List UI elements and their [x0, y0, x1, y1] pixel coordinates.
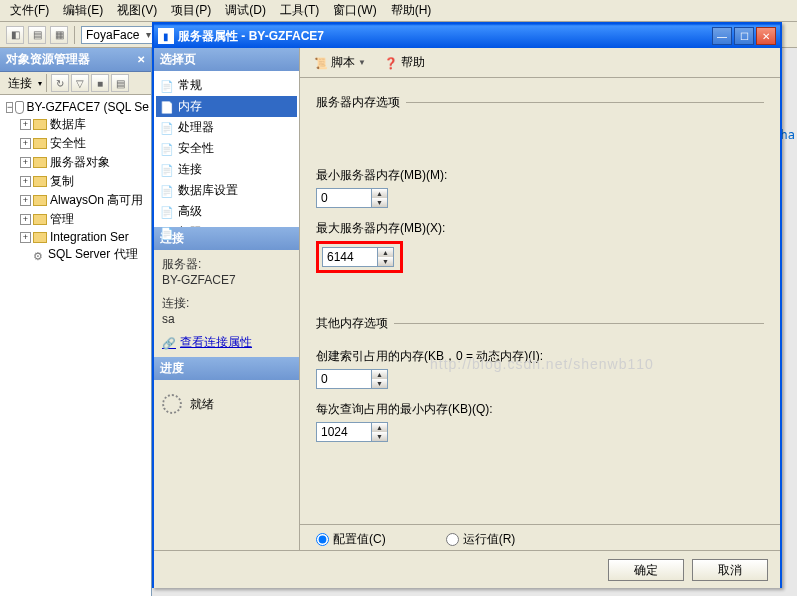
min-query-memory-spinner[interactable]: ▲▼: [316, 422, 388, 442]
filter-icon[interactable]: ▽: [71, 74, 89, 92]
dialog-titlebar[interactable]: ▮ 服务器属性 - BY-GZFACE7 — ☐ ✕: [154, 24, 780, 48]
tree-server-node[interactable]: − BY-GZFACE7 (SQL Se: [2, 99, 149, 115]
expand-icon[interactable]: +: [20, 214, 31, 225]
section-rule: [394, 323, 764, 324]
other-memory-section: 其他内存选项: [316, 315, 764, 332]
tree-node-integration[interactable]: +Integration Ser: [2, 229, 149, 245]
folder-icon: [33, 119, 47, 130]
menu-window[interactable]: 窗口(W): [327, 0, 382, 21]
spin-down-icon[interactable]: ▼: [372, 198, 387, 207]
configured-radio-input[interactable]: [316, 533, 329, 546]
expand-icon[interactable]: +: [20, 157, 31, 168]
help-button[interactable]: 帮助: [378, 52, 431, 73]
expand-icon[interactable]: +: [20, 119, 31, 130]
tb-btn-2[interactable]: ▤: [28, 26, 46, 44]
spin-down-icon[interactable]: ▼: [372, 432, 387, 441]
page-label: 处理器: [178, 119, 214, 136]
min-query-memory-input[interactable]: [317, 423, 371, 441]
min-memory-spinner[interactable]: ▲▼: [316, 188, 388, 208]
dialog-toolbar: 脚本 ▼ 帮助: [300, 48, 780, 78]
expand-icon[interactable]: +: [20, 232, 31, 243]
page-item-advanced[interactable]: 高级: [156, 201, 297, 222]
object-tree: − BY-GZFACE7 (SQL Se +数据库 +安全性 +服务器对象 +复…: [0, 95, 151, 268]
tree-label: 数据库: [50, 116, 86, 133]
max-memory-spinner[interactable]: ▲▼: [322, 247, 394, 267]
page-item-connections[interactable]: 连接: [156, 159, 297, 180]
folder-icon: [33, 214, 47, 225]
connection-label: 连接:: [162, 295, 291, 312]
script-button[interactable]: 脚本 ▼: [308, 52, 372, 73]
tree-node-management[interactable]: +管理: [2, 210, 149, 229]
folder-icon: [33, 176, 47, 187]
page-label: 安全性: [178, 140, 214, 157]
configured-values-radio[interactable]: 配置值(C): [316, 531, 386, 548]
create-index-memory-spinner[interactable]: ▲▼: [316, 369, 388, 389]
menu-view[interactable]: 视图(V): [111, 0, 163, 21]
page-list: 常规 内存 处理器 安全性 连接 数据库设置 高级 权限: [154, 71, 299, 227]
cancel-button[interactable]: 取消: [692, 559, 768, 581]
spin-up-icon[interactable]: ▲: [372, 189, 387, 198]
object-explorer-title: 对象资源管理器: [6, 51, 90, 68]
spin-up-icon[interactable]: ▲: [378, 248, 393, 257]
page-icon: [160, 121, 174, 135]
menu-tools[interactable]: 工具(T): [274, 0, 325, 21]
tree-node-server-objects[interactable]: +服务器对象: [2, 153, 149, 172]
spin-down-icon[interactable]: ▼: [378, 257, 393, 266]
refresh-icon[interactable]: ↻: [51, 74, 69, 92]
panel-close-icon[interactable]: ✕: [137, 54, 145, 65]
tree-label: AlwaysOn 高可用: [50, 192, 143, 209]
database-dropdown[interactable]: FoyaFace: [81, 26, 154, 44]
page-item-security[interactable]: 安全性: [156, 138, 297, 159]
tb-btn-1[interactable]: ◧: [6, 26, 24, 44]
script-label: 脚本: [331, 54, 355, 71]
menu-edit[interactable]: 编辑(E): [57, 0, 109, 21]
spin-up-icon[interactable]: ▲: [372, 423, 387, 432]
tree-node-agent[interactable]: SQL Server 代理: [2, 245, 149, 264]
dialog-footer: 确定 取消: [154, 550, 780, 588]
spin-down-icon[interactable]: ▼: [372, 379, 387, 388]
page-item-memory[interactable]: 内存: [156, 96, 297, 117]
tree-node-replication[interactable]: +复制: [2, 172, 149, 191]
close-button[interactable]: ✕: [756, 27, 776, 45]
page-item-db-settings[interactable]: 数据库设置: [156, 180, 297, 201]
max-memory-input[interactable]: [323, 248, 377, 266]
collapse-icon[interactable]: −: [6, 102, 13, 113]
tree-node-alwayson[interactable]: +AlwaysOn 高可用: [2, 191, 149, 210]
ok-button[interactable]: 确定: [608, 559, 684, 581]
stop-icon[interactable]: ■: [91, 74, 109, 92]
expand-icon[interactable]: +: [20, 176, 31, 187]
page-item-processors[interactable]: 处理器: [156, 117, 297, 138]
page-label: 内存: [178, 98, 202, 115]
spin-up-icon[interactable]: ▲: [372, 370, 387, 379]
highlight-box: ▲▼: [316, 241, 403, 273]
maximize-button[interactable]: ☐: [734, 27, 754, 45]
running-radio-input[interactable]: [446, 533, 459, 546]
progress-status: 就绪: [190, 396, 214, 413]
menu-project[interactable]: 项目(P): [165, 0, 217, 21]
connect-button[interactable]: 连接: [4, 75, 36, 92]
expand-icon[interactable]: +: [20, 138, 31, 149]
tree-node-security[interactable]: +安全性: [2, 134, 149, 153]
minimize-button[interactable]: —: [712, 27, 732, 45]
dialog-left-panel: 选择页 常规 内存 处理器 安全性 连接 数据库设置 高级 权限 连接 服务器:…: [154, 48, 300, 550]
page-label: 常规: [178, 77, 202, 94]
dialog-right-panel: 脚本 ▼ 帮助 http://blog.csdn.net/shenwb110 服…: [300, 48, 780, 550]
menubar: 文件(F) 编辑(E) 视图(V) 项目(P) 调试(D) 工具(T) 窗口(W…: [0, 0, 797, 22]
menu-help[interactable]: 帮助(H): [385, 0, 438, 21]
connection-value: sa: [162, 312, 291, 326]
options-icon[interactable]: ▤: [111, 74, 129, 92]
create-index-memory-input[interactable]: [317, 370, 371, 388]
tb-btn-3[interactable]: ▦: [50, 26, 68, 44]
running-values-radio[interactable]: 运行值(R): [446, 531, 516, 548]
tree-label: SQL Server 代理: [48, 246, 138, 263]
menu-debug[interactable]: 调试(D): [219, 0, 272, 21]
agent-icon: [33, 249, 45, 261]
tree-node-databases[interactable]: +数据库: [2, 115, 149, 134]
view-connection-properties-link[interactable]: 查看连接属性: [162, 334, 291, 351]
server-icon: [15, 101, 23, 114]
dialog-icon: ▮: [158, 28, 174, 44]
menu-file[interactable]: 文件(F): [4, 0, 55, 21]
page-item-general[interactable]: 常规: [156, 75, 297, 96]
min-memory-input[interactable]: [317, 189, 371, 207]
expand-icon[interactable]: +: [20, 195, 31, 206]
